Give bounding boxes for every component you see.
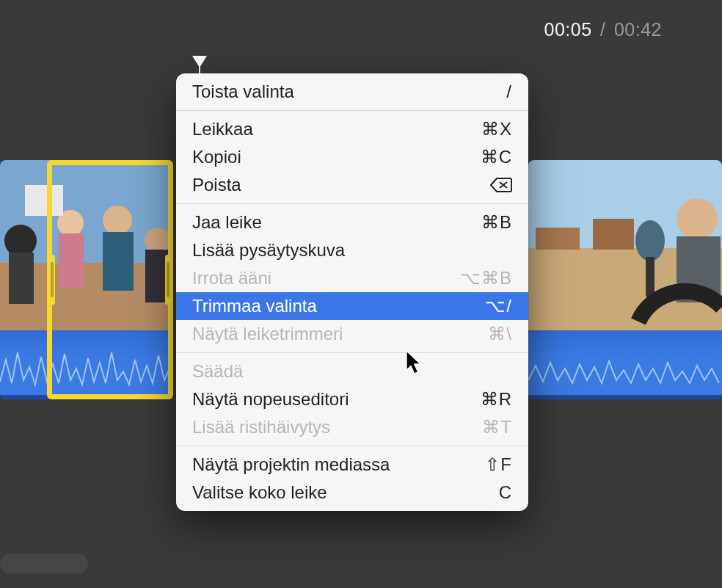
delete-icon (490, 177, 512, 193)
svg-rect-9 (103, 232, 134, 291)
menu-item-label: Trimmaa valinta (192, 296, 317, 316)
menu-item-select-whole-clip[interactable]: Valitse koko leikeC (176, 479, 528, 507)
menu-item-adjust: Säädä (176, 357, 528, 385)
menu-item-shortcut: ⌘T (482, 417, 512, 438)
menu-item-label: Jaa leike (192, 212, 262, 233)
menu-item-split-clip[interactable]: Jaa leike⌘B (176, 208, 528, 236)
menu-item-label: Leikkaa (192, 119, 253, 139)
menu-item-reveal-in-media[interactable]: Näytä projektin mediassa⇧F (176, 451, 528, 479)
time-display: 00:05 / 00:42 (544, 19, 662, 40)
clip-thumbnail (528, 160, 722, 330)
menu-item-shortcut: / (506, 81, 512, 102)
svg-marker-0 (192, 56, 207, 68)
menu-item-shortcut: ⌘\ (488, 324, 512, 344)
menu-item-shortcut: ⌘R (481, 389, 512, 410)
menu-separator (176, 352, 528, 353)
scrollbar[interactable] (0, 554, 88, 573)
menu-item-shortcut: ⌘B (481, 212, 512, 233)
timeline-clip[interactable] (528, 160, 722, 399)
time-current: 00:05 (544, 19, 592, 40)
svg-rect-19 (646, 257, 654, 297)
svg-rect-11 (145, 250, 172, 302)
menu-item-show-speed-editor[interactable]: Näytä nopeuseditori⌘R (176, 385, 528, 413)
menu-item-shortcut: ⌘C (481, 147, 512, 167)
menu-item-label: Näytä projektin mediassa (192, 454, 390, 475)
menu-item-delete[interactable]: Poista (176, 171, 528, 199)
menu-item-cut[interactable]: Leikkaa⌘X (176, 115, 528, 143)
menu-item-detach-audio: Irrota ääni⌥⌘B (176, 264, 528, 292)
menu-separator (176, 203, 528, 204)
menu-item-add-crossfade: Lisää ristihäivytys⌘T (176, 413, 528, 441)
context-menu: Toista valinta/Leikkaa⌘XKopioi⌘CPoistaJa… (176, 73, 528, 511)
menu-item-shortcut: ⌘X (481, 119, 512, 139)
svg-rect-7 (59, 233, 84, 288)
playhead-icon[interactable] (192, 56, 207, 73)
menu-item-shortcut: C (499, 482, 512, 503)
menu-item-shortcut: ⌥⌘B (460, 268, 512, 288)
svg-rect-17 (593, 219, 634, 250)
svg-rect-5 (9, 253, 34, 304)
menu-item-label: Säädä (192, 361, 243, 382)
menu-item-label: Lisää pysäytyskuva (192, 240, 345, 261)
menu-item-play-selection[interactable]: Toista valinta/ (176, 78, 528, 106)
clip-audio-waveform (0, 330, 172, 399)
time-total: 00:42 (614, 19, 662, 40)
svg-point-8 (103, 206, 132, 235)
svg-rect-22 (528, 395, 722, 399)
clip-thumbnail (0, 160, 172, 330)
timeline-clip[interactable] (0, 160, 172, 399)
menu-item-label: Poista (192, 175, 241, 195)
menu-item-label: Toista valinta (192, 81, 294, 102)
clip-audio-waveform (528, 330, 722, 399)
menu-item-label: Näytä nopeuseditori (192, 389, 349, 410)
svg-rect-1 (199, 66, 200, 73)
menu-item-copy[interactable]: Kopioi⌘C (176, 143, 528, 171)
menu-item-shortcut: ⇧F (485, 454, 512, 475)
menu-separator (176, 110, 528, 111)
svg-point-4 (4, 225, 37, 257)
menu-item-add-freeze-frame[interactable]: Lisää pysäytyskuva (176, 236, 528, 264)
menu-separator (176, 446, 528, 446)
menu-item-trim-selection[interactable]: Trimmaa valinta⌥/ (176, 292, 528, 320)
svg-rect-12 (25, 185, 63, 216)
menu-item-label: Irrota ääni (192, 268, 271, 288)
time-separator: / (600, 19, 605, 40)
menu-item-show-clip-trimmer: Näytä leiketrimmeri⌘\ (176, 320, 528, 348)
svg-point-20 (677, 198, 718, 239)
svg-rect-13 (0, 395, 172, 399)
menu-item-shortcut: ⌥/ (485, 296, 512, 316)
menu-item-label: Kopioi (192, 147, 241, 167)
svg-point-18 (635, 220, 665, 261)
menu-item-label: Valitse koko leike (192, 482, 327, 503)
menu-item-label: Näytä leiketrimmeri (192, 324, 343, 344)
svg-rect-16 (536, 228, 580, 250)
menu-item-label: Lisää ristihäivytys (192, 417, 330, 438)
